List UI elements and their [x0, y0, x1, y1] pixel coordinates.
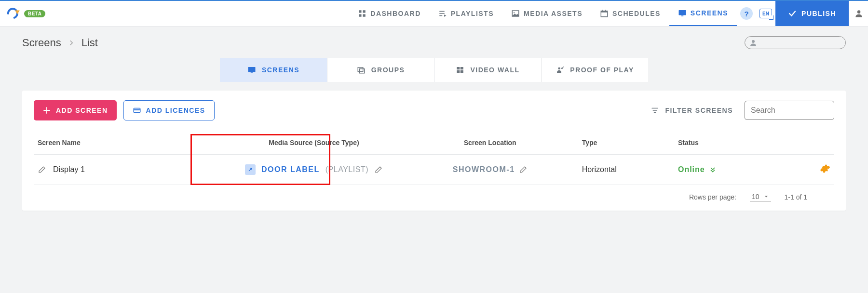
screen-icon	[678, 9, 687, 17]
add-licences-button[interactable]: ADD LICENCES	[123, 100, 215, 120]
source-name: DOOR LABEL	[261, 165, 320, 174]
svg-rect-22	[461, 67, 463, 69]
language-button[interactable]: EN	[756, 1, 775, 26]
publish-label: PUBLISH	[801, 10, 836, 17]
search-box[interactable]	[745, 101, 834, 120]
svg-rect-21	[457, 67, 460, 69]
tab-proof-of-play[interactable]: PROOF OF PLAY	[541, 58, 648, 82]
button-label: ADD SCREEN	[56, 107, 108, 114]
pagination: Rows per page: 10 1-1 of 1	[34, 185, 834, 205]
screen-icon	[247, 66, 256, 74]
breadcrumb-row: Screens List	[22, 36, 846, 49]
svg-point-8	[514, 12, 515, 13]
avatar-icon	[749, 39, 758, 47]
screen-location-cell[interactable]: SHOWROOM-1	[406, 165, 574, 174]
svg-rect-23	[457, 70, 460, 73]
th-type: Type	[578, 134, 674, 155]
th-media-source: Media Source (Source Type)	[226, 134, 402, 155]
video-wall-icon	[456, 66, 464, 74]
help-icon: ?	[740, 7, 753, 20]
svg-rect-10	[601, 11, 608, 13]
main-nav: DASHBOARD PLAYLISTS MEDIA ASSETS SCHEDUL…	[349, 1, 737, 26]
rows-per-page-select[interactable]: 10	[750, 192, 771, 202]
help-button[interactable]: ?	[737, 1, 756, 26]
panel-toolbar: ADD SCREEN ADD LICENCES FILTER SCREENS	[34, 100, 834, 120]
dashboard-icon	[358, 9, 366, 18]
svg-point-16	[752, 40, 755, 43]
screens-panel: ADD SCREEN ADD LICENCES FILTER SCREENS	[22, 91, 846, 211]
brand-logo-icon	[6, 7, 21, 20]
rows-per-page-value: 10	[752, 193, 760, 200]
media-source-cell[interactable]: DOOR LABEL (PLAYLIST)	[230, 164, 398, 175]
tab-label: PROOF OF PLAY	[570, 66, 634, 74]
table-row: Display 1 DOOR LABEL (PLAYLIST)	[34, 155, 834, 185]
section-tabs: SCREENS GROUPS VIDEO WALL PROOF OF PLAY	[22, 58, 846, 82]
tab-screens[interactable]: SCREENS	[220, 58, 327, 82]
media-icon	[511, 9, 520, 18]
beta-badge: BETA	[24, 10, 45, 17]
user-chip[interactable]	[745, 36, 846, 49]
avatar-icon	[854, 9, 864, 18]
button-label: ADD LICENCES	[146, 107, 205, 114]
tab-video-wall[interactable]: VIDEO WALL	[434, 58, 541, 82]
svg-rect-24	[461, 70, 463, 73]
settings-button[interactable]	[820, 167, 830, 175]
screens-table-wrap: Screen Name Media Source (Source Type) S…	[34, 134, 834, 185]
search-input[interactable]	[750, 106, 848, 115]
filter-icon	[651, 106, 659, 115]
breadcrumb-root[interactable]: Screens	[22, 37, 61, 49]
svg-rect-17	[248, 67, 255, 72]
screens-table: Screen Name Media Source (Source Type) S…	[34, 134, 834, 185]
button-label: FILTER SCREENS	[665, 107, 733, 114]
svg-rect-3	[363, 14, 366, 17]
edit-icon[interactable]	[38, 165, 46, 174]
svg-point-25	[558, 67, 560, 70]
nav-media-assets[interactable]: MEDIA ASSETS	[502, 1, 591, 26]
svg-rect-6	[439, 15, 442, 16]
account-button[interactable]	[849, 1, 868, 26]
edit-icon[interactable]	[519, 165, 528, 174]
chevron-right-icon	[68, 37, 75, 49]
nav-label: SCHEDULES	[612, 10, 661, 17]
svg-rect-1	[363, 10, 366, 13]
nav-schedules[interactable]: SCHEDULES	[591, 1, 669, 26]
page-body: Screens List SCREENS GROUPS VIDEO WALL P…	[0, 27, 868, 293]
pagination-range: 1-1 of 1	[785, 193, 807, 201]
gear-icon	[820, 163, 830, 174]
proof-icon	[556, 66, 564, 74]
type-cell: Horizontal	[578, 155, 674, 185]
svg-point-15	[857, 10, 860, 13]
svg-rect-19	[358, 67, 363, 72]
svg-rect-14	[681, 15, 684, 16]
svg-rect-4	[439, 11, 445, 12]
source-type: (PLAYLIST)	[326, 165, 368, 174]
nav-label: SCREENS	[691, 9, 728, 17]
screen-name-cell: Display 1	[38, 165, 222, 174]
nav-label: PLAYLISTS	[451, 10, 494, 17]
status-label: Online	[678, 165, 705, 174]
location-name: SHOWROOM-1	[453, 165, 515, 174]
nav-screens[interactable]: SCREENS	[669, 1, 737, 26]
svg-rect-13	[678, 10, 686, 15]
edit-icon[interactable]	[374, 165, 383, 174]
nav-playlists[interactable]: PLAYLISTS	[430, 1, 502, 26]
tab-label: GROUPS	[371, 66, 405, 74]
svg-rect-18	[251, 72, 253, 73]
tab-label: SCREENS	[262, 66, 299, 74]
publish-button[interactable]: PUBLISH	[775, 1, 849, 26]
rows-per-page-label: Rows per page:	[689, 193, 736, 201]
header-tools: ? EN PUBLISH	[737, 1, 868, 26]
add-screen-button[interactable]: ADD SCREEN	[34, 100, 117, 120]
filter-screens-button[interactable]: FILTER SCREENS	[651, 106, 733, 115]
app-header: BETA DASHBOARD PLAYLISTS MEDIA ASSETS SC…	[0, 0, 868, 27]
tab-groups[interactable]: GROUPS	[327, 58, 434, 82]
breadcrumb: Screens List	[22, 37, 98, 49]
breadcrumb-leaf: List	[81, 37, 98, 49]
calendar-icon	[600, 9, 609, 18]
logo[interactable]: BETA	[6, 7, 45, 20]
nav-label: MEDIA ASSETS	[524, 10, 583, 17]
nav-dashboard[interactable]: DASHBOARD	[349, 1, 430, 26]
svg-rect-27	[134, 109, 140, 110]
plus-icon	[42, 106, 51, 115]
tab-label: VIDEO WALL	[470, 66, 519, 74]
